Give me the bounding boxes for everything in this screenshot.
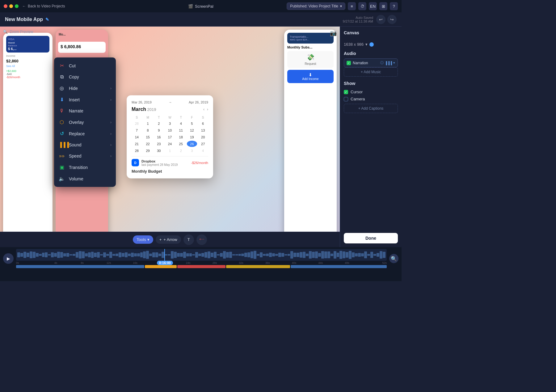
cal-range-start: Mar 26, 2019 xyxy=(132,100,152,104)
menu-item-transition[interactable]: ▣ Transition xyxy=(54,162,116,173)
cursor-label: Cursor xyxy=(351,90,363,94)
titlebar: ← Back to Video Projects 🎬 ScreenPal Pub… xyxy=(0,0,402,12)
menu-narrate-label: Narrate xyxy=(69,108,83,113)
zoom-icon: 🔍 xyxy=(3,30,8,34)
cal-year: 2019 xyxy=(147,107,156,112)
sound-arrow-icon: › xyxy=(110,143,112,147)
app-name-label: ScreenPal xyxy=(195,4,213,9)
timeline-search-button[interactable]: 🔍 xyxy=(389,254,398,263)
published-button[interactable]: Published: Video Project Title ▾ xyxy=(287,2,345,10)
narration-expand-icon[interactable]: ▾ xyxy=(393,61,395,65)
menu-item-copy[interactable]: ⧉ Copy xyxy=(54,71,116,82)
bottom-toolbar: Tools ▾ + + Arrow T ⬸ xyxy=(0,232,340,247)
topbar: New Mobile App ✎ Auto Saved 9/27/22 at 1… xyxy=(0,12,402,27)
play-button[interactable]: ▶ xyxy=(3,253,14,264)
text-tool-button[interactable]: T xyxy=(183,234,194,245)
tools-label: Tools xyxy=(137,237,146,242)
hide-icon: ◎ xyxy=(58,85,65,91)
canvas-area: 🔍 Zoom Preview 📷 VISA Mandi Balance $ 6,… xyxy=(0,27,340,247)
show-section-title: Show xyxy=(344,81,398,86)
tools-button[interactable]: Tools ▾ xyxy=(133,235,153,244)
project-title: New Mobile App ✎ xyxy=(5,17,49,22)
menu-item-replace[interactable]: ↺ Replace › xyxy=(54,128,116,139)
menu-item-speed[interactable]: »» Speed › xyxy=(54,150,116,162)
overlay-arrow-icon: › xyxy=(110,120,112,124)
timeline: ▶ 0s 4s 8s 12s 16s 20s 24s 28s 32s 36s xyxy=(0,247,402,281)
video-preview: VISA Mandi Balance $ 6,... Income $2,860… xyxy=(0,27,340,247)
cursor-checkbox[interactable]: ✓ xyxy=(344,90,348,94)
autosave-info: Auto Saved 9/27/22 at 11:38 AM ↩ ↪ xyxy=(343,15,397,24)
calendar-grid: S M T W T F S 28 1 2 3 4 5 6 7 xyxy=(132,115,208,154)
edit-title-icon[interactable]: ✎ xyxy=(45,17,49,22)
insert-arrow-icon: › xyxy=(110,98,112,102)
app-title: 🎬 ScreenPal xyxy=(188,4,213,9)
right-panel: Canvas 1638 x 986 ▾ Audio ✓ Narration ⓘ … xyxy=(340,27,402,247)
playhead-time: 0:16:00 xyxy=(157,261,173,265)
canvas-section-title: Canvas xyxy=(344,30,398,35)
history-icon-btn[interactable]: ⏱ xyxy=(358,2,366,10)
arrow-button[interactable]: + + Arrow xyxy=(156,235,181,244)
maximize-button[interactable] xyxy=(15,4,19,8)
menu-item-insert[interactable]: ⬇ Insert › xyxy=(54,94,116,105)
menu-item-volume[interactable]: 🔈 Volume xyxy=(54,173,116,184)
narration-info-icon[interactable]: ⓘ xyxy=(380,61,384,65)
titlebar-right: Published: Video Project Title ▾ ≡ ⏱ EN … xyxy=(287,2,398,10)
narration-label: Narration xyxy=(353,61,368,65)
timeline-track[interactable]: 0s 4s 8s 12s 16s 20s 24s 28s 32s 36s 40s… xyxy=(16,249,387,268)
calendar-overlay: Mar 26, 2019 → Apr 26, 2019 March 2019 ‹… xyxy=(127,95,213,179)
copy-icon: ⧉ xyxy=(58,74,65,80)
menu-icon-btn[interactable]: ≡ xyxy=(348,2,356,10)
replace-arrow-icon: › xyxy=(110,132,112,136)
back-button[interactable]: ← Back to Video Projects xyxy=(22,4,65,8)
close-button[interactable] xyxy=(4,4,7,8)
menu-overlay-label: Overlay xyxy=(69,120,84,125)
minimize-button[interactable] xyxy=(9,4,13,8)
canvas-size-row: 1638 x 986 ▾ xyxy=(344,42,398,47)
menu-item-hide[interactable]: ◎ Hide › xyxy=(54,82,116,94)
replace-icon: ↺ xyxy=(58,131,65,137)
published-label: Published: Video Project Title xyxy=(290,4,338,8)
canvas-size-chevron-icon[interactable]: ▾ xyxy=(365,42,368,47)
layers-icon-btn[interactable]: ⊞ xyxy=(379,2,387,10)
right-phone-mockup: Transportatio... AWG spent $24... Monthl… xyxy=(284,30,337,244)
menu-item-cut[interactable]: ✂ Cut xyxy=(54,60,116,71)
zoom-preview-bar: 🔍 Zoom Preview xyxy=(3,30,33,34)
menu-insert-label: Insert xyxy=(69,97,80,102)
add-captions-label: + Add Captions xyxy=(358,106,384,111)
timeline-ruler: 0s 4s 8s 12s 16s 20s 24s 28s 32s 36s 40s… xyxy=(16,261,387,264)
done-button[interactable]: Done xyxy=(344,233,398,243)
undo-redo-group: ↩ ↪ xyxy=(376,15,397,24)
screenshot-button[interactable]: 📷 xyxy=(330,30,337,36)
main-area: 🔍 Zoom Preview 📷 VISA Mandi Balance $ 6,… xyxy=(0,27,402,247)
canvas-color-dot[interactable] xyxy=(369,42,374,47)
cal-prev-icon[interactable]: ‹ xyxy=(203,107,204,112)
menu-item-narrate[interactable]: 🎙 Narrate xyxy=(54,105,116,116)
add-music-button[interactable]: + Add Music xyxy=(344,67,398,77)
context-menu: ✂ Cut ⧉ Copy ◎ Hide › ⬇ Insert › 🎙 Narra… xyxy=(54,57,116,187)
menu-item-overlay[interactable]: ⬡ Overlay › xyxy=(54,116,116,128)
narrate-icon: 🎙 xyxy=(58,108,65,114)
menu-replace-label: Replace xyxy=(69,131,85,136)
add-captions-button[interactable]: + Add Captions xyxy=(344,104,398,113)
narration-check-icon[interactable]: ✓ xyxy=(347,61,351,65)
overlay-icon: ⬡ xyxy=(58,119,65,125)
tools-chevron-icon: ▾ xyxy=(147,237,150,242)
project-title-text: New Mobile App xyxy=(5,17,43,22)
audio-section-title: Audio xyxy=(344,51,398,56)
camera-checkbox[interactable] xyxy=(344,97,348,101)
cursor-show-row: ✓ Cursor xyxy=(344,88,398,95)
canvas-size-value: 1638 x 986 xyxy=(344,42,364,47)
cal-next-icon[interactable]: › xyxy=(207,107,208,112)
cursor-tool-button[interactable]: ⬸ xyxy=(196,234,207,245)
insert-icon: ⬇ xyxy=(58,97,65,103)
redo-button[interactable]: ↪ xyxy=(387,15,397,24)
undo-button[interactable]: ↩ xyxy=(376,15,385,24)
cal-range-end: Apr 26, 2019 xyxy=(189,100,208,104)
help-icon-btn[interactable]: ? xyxy=(390,2,398,10)
dropbox-label: Dropbox xyxy=(141,159,178,163)
dropbox-logo: D xyxy=(132,159,139,166)
cal-month: March xyxy=(132,107,146,112)
volume-icon: 🔈 xyxy=(58,176,65,182)
lang-btn[interactable]: EN xyxy=(369,2,377,10)
menu-item-sound[interactable]: ▐▐▐ Sound › xyxy=(54,139,116,150)
